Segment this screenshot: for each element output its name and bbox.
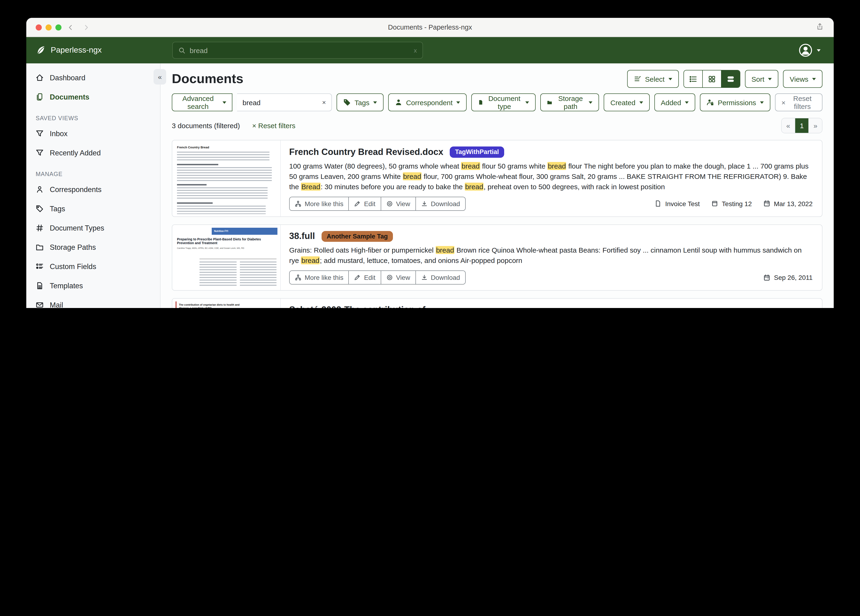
eye-icon	[386, 200, 393, 207]
permissions-filter-button[interactable]: Permissions	[700, 93, 770, 111]
document-title[interactable]: 38.full	[289, 231, 315, 242]
funnel-icon	[36, 130, 44, 138]
document-thumbnail[interactable]: The contribution of vegetarian diets to …	[172, 299, 281, 308]
documents-icon	[36, 93, 44, 101]
mail-icon	[36, 301, 44, 308]
leaf-logo-icon	[36, 45, 46, 55]
forward-icon[interactable]	[83, 24, 89, 30]
tag-icon	[344, 99, 351, 106]
sidebar-collapse-button[interactable]: «	[154, 69, 166, 85]
global-search-input[interactable]: bread x	[172, 42, 423, 59]
manage-header: MANAGE	[26, 171, 160, 178]
chevron-down-icon	[525, 101, 529, 104]
document-card: French Country Bread French Count	[172, 140, 822, 217]
correspondent-filter-button[interactable]: Correspondent	[388, 93, 467, 111]
reset-filters-link[interactable]: × Reset filters	[252, 122, 295, 130]
views-dropdown-button[interactable]: Views	[783, 70, 823, 88]
storage-path-filter-button[interactable]: Storage path	[540, 93, 599, 111]
advanced-search-dropdown[interactable]: Advanced search	[172, 93, 232, 111]
window-title: Documents - Paperless-ngx	[388, 24, 472, 31]
view-button[interactable]: View	[380, 197, 415, 210]
folder-icon	[547, 99, 552, 106]
sidebar-item-tags[interactable]: Tags	[26, 199, 160, 218]
chevron-down-icon	[456, 101, 460, 104]
sidebar-item-custom-fields[interactable]: Custom Fields	[26, 257, 160, 276]
app-window: Documents - Paperless-ngx Paperless-ngx …	[26, 18, 834, 308]
sidebar-item-templates[interactable]: Templates	[26, 276, 160, 295]
brand-name: Paperless-ngx	[51, 46, 102, 55]
eye-icon	[386, 274, 393, 281]
more-like-this-button[interactable]: More like this	[290, 197, 348, 210]
added-filter-button[interactable]: Added	[654, 93, 695, 111]
view-detail-button[interactable]	[721, 71, 739, 87]
tag-icon	[36, 205, 44, 213]
document-title[interactable]: Sabaté-2003-The contribution of	[289, 305, 425, 308]
document-thumbnail[interactable]: French Country Bread	[172, 140, 281, 216]
home-icon	[36, 74, 44, 82]
document-type-filter-button[interactable]: Document type	[471, 93, 536, 111]
tags-filter-button[interactable]: Tags	[337, 93, 383, 111]
chevron-down-icon	[760, 101, 764, 104]
calendar-icon	[763, 200, 770, 207]
template-icon	[36, 282, 44, 290]
search-highlight: bread	[403, 172, 422, 180]
sidebar-item-documents[interactable]: Documents	[26, 87, 160, 107]
search-highlight: bread	[465, 182, 484, 190]
window-controls[interactable]	[36, 24, 61, 30]
filter-search-clear[interactable]: ×	[322, 99, 326, 106]
search-icon	[178, 47, 185, 54]
created-filter-button[interactable]: Created	[604, 93, 650, 111]
sidebar: Dashboard Documents SAVED VIEWS Inbox Re…	[26, 63, 160, 308]
pagination-prev-button[interactable]: «	[782, 118, 795, 133]
document-tag[interactable]: TagWithPartial	[450, 146, 504, 157]
view-grid-button[interactable]	[702, 71, 721, 87]
pagination-next-button[interactable]: »	[808, 118, 822, 133]
list-view-icon	[689, 75, 697, 83]
chevron-down-icon	[222, 101, 226, 104]
close-window-button[interactable]	[36, 24, 42, 30]
document-thumbnail[interactable]: Nutrition FYI Preparing to Prescribe Pla…	[172, 225, 281, 290]
document-date: Mar 13, 2022	[763, 200, 813, 207]
sidebar-item-correspondents[interactable]: Correspondents	[26, 180, 160, 199]
history-nav	[67, 24, 89, 30]
select-dropdown-button[interactable]: Select	[627, 70, 679, 88]
chevron-down-icon	[685, 101, 689, 104]
edit-button[interactable]: Edit	[348, 271, 380, 284]
download-button[interactable]: Download	[415, 197, 465, 210]
zoom-window-button[interactable]	[55, 24, 61, 30]
view-list-button[interactable]	[684, 71, 702, 87]
reset-filters-button[interactable]: × Reset filters	[775, 93, 822, 111]
storage-path-link[interactable]: Testing 12	[711, 200, 752, 207]
sidebar-item-recently-added[interactable]: Recently Added	[26, 143, 160, 162]
global-search-clear[interactable]: x	[414, 47, 417, 54]
sidebar-item-document-types[interactable]: Document Types	[26, 218, 160, 237]
detail-view-icon	[727, 75, 734, 83]
minimize-window-button[interactable]	[46, 24, 52, 30]
document-type-link[interactable]: Invoice Test	[654, 200, 700, 207]
app-navbar: Paperless-ngx bread x	[26, 37, 834, 63]
filter-search-input[interactable]: bread ×	[237, 93, 332, 111]
search-highlight: bread	[461, 162, 480, 170]
grid-view-icon	[708, 75, 716, 83]
back-icon[interactable]	[67, 24, 74, 30]
sidebar-item-storage-paths[interactable]: Storage Paths	[26, 237, 160, 257]
document-card: The contribution of vegetarian diets to …	[172, 298, 822, 308]
chevron-down-icon	[812, 78, 816, 80]
document-title[interactable]: French Country Bread Revised.docx	[289, 147, 443, 157]
pagination-page-1[interactable]: 1	[795, 118, 808, 133]
user-menu[interactable]	[799, 43, 821, 57]
share-icon[interactable]	[816, 22, 823, 32]
sidebar-item-inbox[interactable]: Inbox	[26, 124, 160, 143]
edit-button[interactable]: Edit	[348, 197, 380, 210]
sort-dropdown-button[interactable]: Sort	[745, 70, 778, 88]
download-button[interactable]: Download	[415, 271, 465, 284]
body-row: « Dashboard Documents SAVED VIEWS Inbox	[26, 63, 834, 308]
search-highlight: bread	[436, 246, 455, 254]
more-like-this-button[interactable]: More like this	[290, 271, 348, 284]
sidebar-item-dashboard[interactable]: Dashboard	[26, 68, 160, 87]
view-button[interactable]: View	[380, 271, 415, 284]
sidebar-item-mail[interactable]: Mail	[26, 295, 160, 308]
sitemap-icon	[295, 274, 301, 281]
document-tag[interactable]: Another Sample Tag	[322, 231, 393, 242]
brand[interactable]: Paperless-ngx	[36, 45, 102, 55]
